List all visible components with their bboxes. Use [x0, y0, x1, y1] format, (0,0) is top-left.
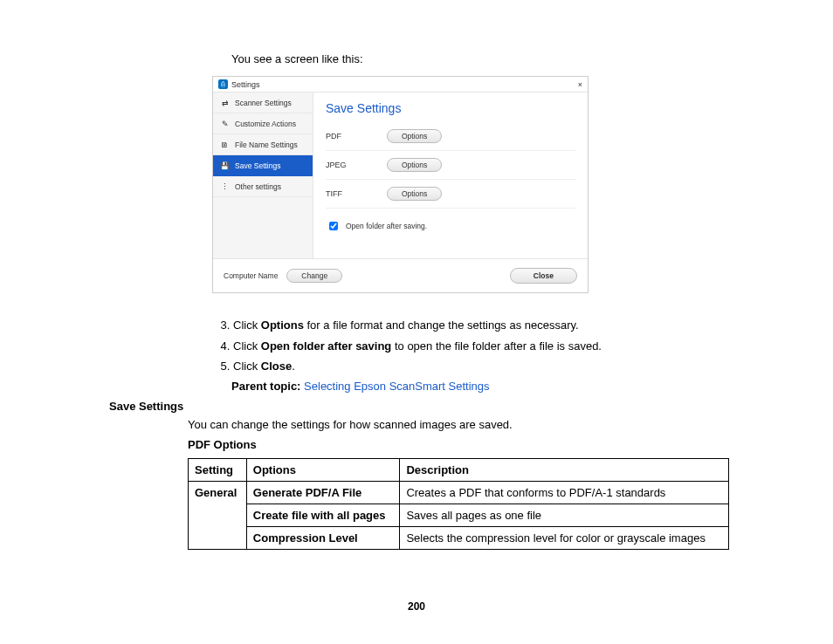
window-titlebar: ⎙ Settings ×	[213, 77, 588, 92]
other-settings-icon: ⋮	[220, 182, 230, 191]
th-options: Options	[246, 458, 400, 481]
sidebar-item-file-name-settings[interactable]: 🗎 File Name Settings	[213, 134, 313, 155]
sidebar-item-label: Scanner Settings	[235, 99, 292, 107]
sidebar-item-other-settings[interactable]: ⋮ Other settings	[213, 176, 313, 197]
cell-desc: Selects the compression level for color …	[400, 526, 729, 549]
settings-sidebar: ⇄ Scanner Settings ✎ Customize Actions 🗎…	[213, 92, 313, 258]
sidebar-item-label: Customize Actions	[235, 120, 296, 128]
settings-main-panel: Save Settings PDF Options JPEG Options T…	[313, 92, 588, 258]
sidebar-item-label: Save Settings	[235, 161, 280, 170]
intro-text: You see a screen like this:	[231, 52, 724, 65]
format-label: JPEG	[326, 161, 387, 169]
step-3: Click Options for a file format and chan…	[233, 318, 724, 333]
format-row-tiff: TIFF Options	[326, 180, 575, 209]
cell-option: Compression Level	[246, 526, 400, 549]
window-title: Settings	[231, 80, 260, 89]
table-row: Compression Level Selects the compressio…	[189, 526, 729, 549]
th-description: Description	[400, 458, 729, 481]
section-heading-save-settings: Save Settings	[109, 400, 724, 413]
sidebar-item-customize-actions[interactable]: ✎ Customize Actions	[213, 113, 313, 134]
format-row-pdf: PDF Options	[326, 122, 575, 151]
format-row-jpeg: JPEG Options	[326, 151, 575, 180]
checkbox-label: Open folder after saving.	[346, 222, 427, 230]
step-5: Click Close.	[233, 359, 724, 374]
cell-option: Create file with all pages	[246, 504, 400, 526]
options-button-pdf[interactable]: Options	[387, 129, 442, 143]
table-row: Create file with all pages Saves all pag…	[189, 504, 729, 526]
settings-window-screenshot: ⎙ Settings × ⇄ Scanner Settings ✎ Custom…	[212, 76, 589, 293]
step-4: Click Open folder after saving to open t…	[233, 339, 724, 354]
format-label: TIFF	[326, 189, 387, 198]
save-settings-icon: 💾	[220, 161, 230, 170]
sidebar-item-label: Other settings	[235, 182, 281, 191]
panel-heading: Save Settings	[326, 101, 575, 115]
change-button[interactable]: Change	[286, 269, 342, 283]
computer-name-label: Computer Name	[224, 271, 278, 280]
parent-topic: Parent topic: Selecting Epson ScanSmart …	[231, 380, 724, 393]
customize-icon: ✎	[220, 119, 230, 128]
th-setting: Setting	[189, 458, 247, 481]
close-button[interactable]: Close	[510, 268, 577, 284]
options-button-tiff[interactable]: Options	[387, 187, 442, 201]
sidebar-item-scanner-settings[interactable]: ⇄ Scanner Settings	[213, 92, 313, 113]
cell-option: Generate PDF/A File	[246, 481, 400, 504]
cell-setting: General	[189, 481, 247, 549]
sidebar-item-label: File Name Settings	[235, 140, 298, 149]
section-description: You can change the settings for how scan…	[188, 418, 724, 431]
file-name-icon: 🗎	[220, 140, 230, 149]
sidebar-item-save-settings[interactable]: 💾 Save Settings	[213, 155, 313, 176]
window-footer: Computer Name Change Close	[213, 258, 588, 292]
parent-topic-label: Parent topic:	[231, 380, 300, 393]
options-button-jpeg[interactable]: Options	[387, 158, 442, 172]
open-folder-checkbox[interactable]	[329, 222, 338, 230]
scanner-icon: ⇄	[220, 98, 230, 107]
format-label: PDF	[326, 132, 387, 140]
cell-desc: Creates a PDF that conforms to PDF/A-1 s…	[400, 481, 729, 504]
cell-desc: Saves all pages as one file	[400, 504, 729, 526]
close-icon[interactable]: ×	[578, 80, 582, 89]
subheading-pdf-options: PDF Options	[188, 438, 724, 451]
instruction-steps: Click Options for a file format and chan…	[212, 318, 724, 374]
open-folder-checkbox-row: Open folder after saving.	[326, 219, 575, 233]
parent-topic-link[interactable]: Selecting Epson ScanSmart Settings	[304, 380, 489, 393]
app-icon: ⎙	[218, 79, 228, 89]
table-header-row: Setting Options Description	[189, 458, 729, 481]
table-row: General Generate PDF/A File Creates a PD…	[189, 481, 729, 504]
pdf-options-table: Setting Options Description General Gene…	[188, 458, 729, 550]
page-number: 200	[0, 600, 833, 613]
